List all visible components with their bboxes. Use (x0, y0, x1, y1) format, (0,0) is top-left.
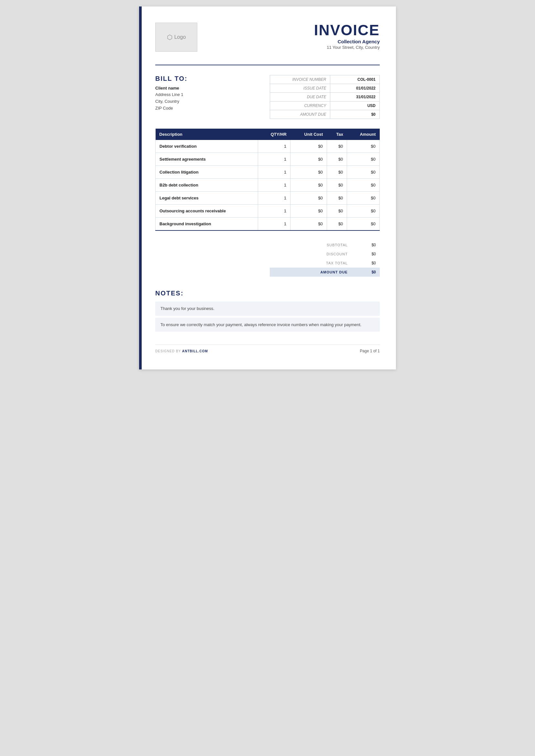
note-item-1: Thank you for your business. (155, 302, 380, 316)
tax-total-label: TAX TOTAL (270, 258, 352, 268)
meta-label: INVOICE NUMBER (270, 75, 330, 84)
note-item-2: To ensure we correctly match your paymen… (155, 318, 380, 332)
item-qty: 1 (258, 192, 291, 204)
meta-value: USD (330, 101, 380, 110)
meta-value: $0 (330, 110, 380, 119)
table-row: Debtor verification 1 $0 $0 $0 (155, 140, 380, 153)
item-description: Debtor verification (155, 140, 258, 153)
item-tax: $0 (327, 166, 347, 179)
col-amount: Amount (347, 129, 380, 140)
item-qty: 1 (258, 179, 291, 192)
item-tax: $0 (327, 153, 347, 166)
item-qty: 1 (258, 218, 291, 231)
discount-label: DISCOUNT (270, 250, 352, 258)
item-qty: 1 (258, 140, 291, 153)
totals-section: SUBTOTAL $0 DISCOUNT $0 TAX TOTAL $0 AMO… (155, 240, 380, 277)
item-unit-cost: $0 (291, 179, 327, 192)
item-tax: $0 (327, 179, 347, 192)
notes-section: NOTES: Thank you for your business. To e… (155, 290, 380, 332)
item-unit-cost: $0 (291, 166, 327, 179)
table-row: Background investigation 1 $0 $0 $0 (155, 218, 380, 231)
item-qty: 1 (258, 153, 291, 166)
address-line2: City, Country (155, 98, 263, 105)
items-table-body: Debtor verification 1 $0 $0 $0 Settlemen… (155, 140, 380, 230)
totals-table: SUBTOTAL $0 DISCOUNT $0 TAX TOTAL $0 AMO… (270, 240, 380, 277)
meta-value: 31/01/2022 (330, 93, 380, 101)
invoice-page: ⬡ Logo INVOICE Collection Agency 11 Your… (139, 7, 396, 369)
invoice-title-block: INVOICE Collection Agency 11 Your Street… (314, 23, 380, 50)
subtotal-label: SUBTOTAL (270, 240, 352, 250)
items-table: Description QTY/HR Unit Cost Tax Amount … (155, 129, 380, 231)
table-row: Settlement agreements 1 $0 $0 $0 (155, 153, 380, 166)
meta-label: DUE DATE (270, 93, 330, 101)
bill-to-label: BILL TO: (155, 75, 263, 82)
item-unit-cost: $0 (291, 204, 327, 218)
item-tax: $0 (327, 140, 347, 153)
discount-value: $0 (352, 250, 380, 258)
logo-text: Logo (174, 34, 186, 40)
tax-total-value: $0 (352, 258, 380, 268)
item-amount: $0 (347, 179, 380, 192)
subtotal-row: SUBTOTAL $0 (270, 240, 380, 250)
amount-due-row: AMOUNT DUE $0 (270, 268, 380, 277)
item-amount: $0 (347, 218, 380, 231)
logo-icon: ⬡ (167, 33, 172, 41)
item-amount: $0 (347, 204, 380, 218)
table-row: Legal debt services 1 $0 $0 $0 (155, 192, 380, 204)
address-line3: ZIP Code (155, 105, 263, 112)
company-name: Collection Agency (314, 39, 380, 44)
item-description: Legal debt services (155, 192, 258, 204)
col-description: Description (155, 129, 258, 140)
item-unit-cost: $0 (291, 153, 327, 166)
meta-row: INVOICE NUMBER COL-0001 (270, 75, 380, 84)
meta-row: AMOUNT DUE $0 (270, 110, 380, 119)
item-unit-cost: $0 (291, 218, 327, 231)
item-unit-cost: $0 (291, 192, 327, 204)
antbill-link[interactable]: ANTBILL.COM (182, 349, 208, 353)
amount-due-value: $0 (352, 268, 380, 277)
client-address: Address Line 1 City, Country ZIP Code (155, 92, 263, 112)
col-unit-cost: Unit Cost (291, 129, 327, 140)
bill-to-block: BILL TO: Client name Address Line 1 City… (155, 75, 263, 112)
subtotal-value: $0 (352, 240, 380, 250)
bill-details-section: BILL TO: Client name Address Line 1 City… (155, 75, 380, 119)
address-line1: Address Line 1 (155, 92, 263, 98)
item-description: B2b debt collection (155, 179, 258, 192)
meta-label: ISSUE DATE (270, 84, 330, 93)
invoice-title: INVOICE (314, 23, 380, 38)
table-row: B2b debt collection 1 $0 $0 $0 (155, 179, 380, 192)
item-description: Collection litigation (155, 166, 258, 179)
notes-label: NOTES: (155, 290, 380, 297)
items-table-header: Description QTY/HR Unit Cost Tax Amount (155, 129, 380, 140)
footer-page-info: Page 1 of 1 (360, 349, 380, 353)
meta-value: 01/01/2022 (330, 84, 380, 93)
table-row: Collection litigation 1 $0 $0 $0 (155, 166, 380, 179)
col-tax: Tax (327, 129, 347, 140)
item-tax: $0 (327, 218, 347, 231)
invoice-footer: DESIGNED BY ANTBILL.COM Page 1 of 1 (155, 344, 380, 353)
discount-row: DISCOUNT $0 (270, 250, 380, 258)
footer-left: DESIGNED BY ANTBILL.COM (155, 349, 208, 353)
item-description: Background investigation (155, 218, 258, 231)
item-qty: 1 (258, 204, 291, 218)
amount-due-label: AMOUNT DUE (270, 268, 352, 277)
item-unit-cost: $0 (291, 140, 327, 153)
tax-total-row: TAX TOTAL $0 (270, 258, 380, 268)
header-divider (155, 65, 380, 65)
item-amount: $0 (347, 153, 380, 166)
item-description: Settlement agreements (155, 153, 258, 166)
invoice-meta-table: INVOICE NUMBER COL-0001 ISSUE DATE 01/01… (270, 75, 380, 119)
designed-by-prefix: DESIGNED BY (155, 349, 181, 353)
item-tax: $0 (327, 192, 347, 204)
company-address: 11 Your Street, City, Country (314, 45, 380, 50)
meta-label: AMOUNT DUE (270, 110, 330, 119)
table-row: Outsourcing accounts receivable 1 $0 $0 … (155, 204, 380, 218)
item-amount: $0 (347, 166, 380, 179)
meta-label: CURRENCY (270, 101, 330, 110)
meta-row: CURRENCY USD (270, 101, 380, 110)
col-qty: QTY/HR (258, 129, 291, 140)
item-qty: 1 (258, 166, 291, 179)
meta-row: ISSUE DATE 01/01/2022 (270, 84, 380, 93)
client-name: Client name (155, 86, 263, 91)
item-description: Outsourcing accounts receivable (155, 204, 258, 218)
